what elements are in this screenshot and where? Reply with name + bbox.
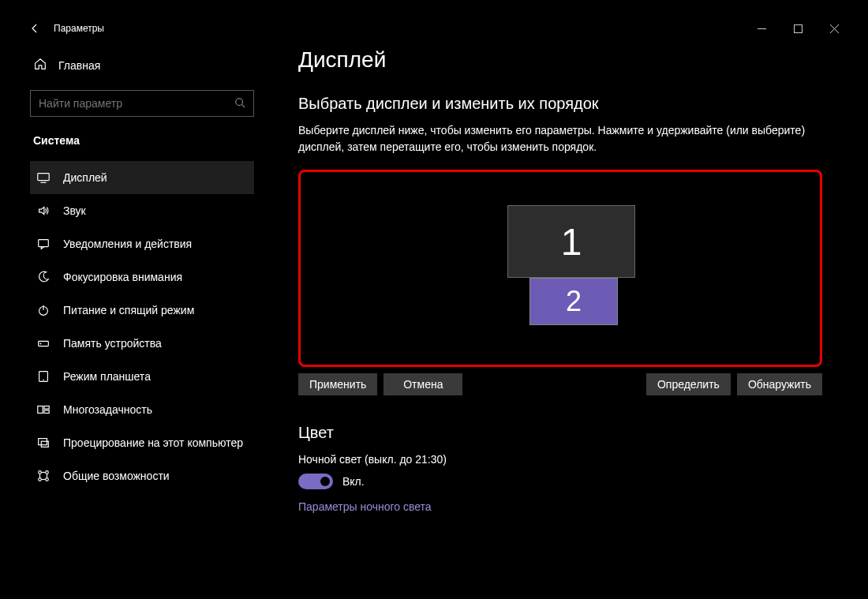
svg-rect-16 [44, 406, 49, 410]
sidebar-item-focus[interactable]: Фокусировка внимания [30, 260, 254, 294]
detect-button[interactable]: Обнаружить [737, 373, 822, 395]
home-icon [33, 57, 47, 74]
power-icon [36, 303, 51, 317]
search-icon [234, 97, 245, 110]
shared-icon [36, 469, 51, 483]
svg-point-4 [236, 98, 243, 105]
monitor-1[interactable]: 1 [507, 205, 635, 278]
sidebar-item-label: Многозадачность [63, 403, 152, 416]
svg-rect-1 [794, 24, 802, 32]
night-light-label: Ночной свет (выкл. до 21:30) [298, 453, 822, 466]
project-icon [36, 436, 51, 450]
arrange-description: Выберите дисплей ниже, чтобы изменить ег… [298, 122, 822, 155]
night-light-settings-link[interactable]: Параметры ночного света [298, 500, 822, 513]
toggle-state-label: Вкл. [342, 475, 365, 488]
maximize-button[interactable] [780, 16, 816, 41]
sidebar-item-label: Дисплей [63, 171, 107, 184]
svg-point-22 [39, 478, 42, 481]
search-field[interactable] [39, 97, 234, 110]
sidebar-item-label: Память устройства [63, 337, 162, 350]
sidebar-item-label: Общие возможности [63, 470, 170, 482]
tablet-icon [36, 369, 51, 384]
sidebar-item-shared[interactable]: Общие возможности [30, 459, 254, 492]
svg-rect-15 [38, 406, 43, 414]
back-button[interactable] [16, 16, 54, 41]
storage-icon [36, 336, 51, 350]
color-title: Цвет [298, 424, 822, 442]
sidebar: Главная Система Дисплей Звук Уведомления… [16, 41, 268, 583]
sidebar-item-label: Уведомления и действия [63, 238, 192, 250]
sidebar-item-display[interactable]: Дисплей [30, 161, 254, 194]
sound-icon [36, 204, 51, 218]
svg-rect-6 [38, 174, 49, 181]
window-title: Параметры [54, 23, 104, 34]
svg-point-12 [40, 343, 41, 344]
sidebar-item-project[interactable]: Проецирование на этот компьютер [30, 426, 254, 459]
monitor-2[interactable]: 2 [529, 278, 618, 325]
display-icon [36, 170, 51, 185]
svg-point-23 [46, 478, 49, 481]
svg-line-5 [242, 104, 245, 107]
sidebar-item-label: Питание и спящий режим [63, 304, 194, 316]
section-header: Система [30, 131, 254, 161]
sidebar-item-tablet[interactable]: Режим планшета [30, 360, 254, 393]
sidebar-item-label: Режим планшета [63, 370, 151, 383]
main-content: Дисплей Выбрать дисплеи и изменить их по… [268, 41, 852, 583]
home-label: Главная [58, 59, 100, 72]
moon-icon [36, 270, 51, 284]
multitask-icon [36, 402, 51, 417]
notifications-icon [36, 237, 51, 251]
svg-point-21 [46, 471, 49, 474]
sidebar-item-label: Фокусировка внимания [63, 271, 182, 283]
apply-button[interactable]: Применить [298, 373, 377, 395]
page-title: Дисплей [298, 47, 822, 73]
display-arrangement[interactable]: 1 2 [298, 170, 822, 367]
home-button[interactable]: Главная [30, 47, 254, 84]
sidebar-item-storage[interactable]: Память устройства [30, 327, 254, 360]
svg-point-20 [39, 471, 42, 474]
sidebar-item-label: Проецирование на этот компьютер [63, 436, 243, 449]
sidebar-item-sound[interactable]: Звук [30, 194, 254, 227]
svg-rect-17 [44, 410, 49, 414]
titlebar: Параметры [16, 16, 852, 41]
close-button[interactable] [816, 16, 852, 41]
svg-rect-8 [39, 240, 49, 247]
arrange-title: Выбрать дисплеи и изменить их порядок [298, 95, 822, 113]
minimize-button[interactable] [743, 16, 780, 41]
search-input[interactable] [30, 90, 254, 117]
sidebar-item-multitask[interactable]: Многозадачность [30, 393, 254, 426]
sidebar-item-notifications[interactable]: Уведомления и действия [30, 227, 254, 260]
sidebar-item-power[interactable]: Питание и спящий режим [30, 294, 254, 327]
night-light-toggle[interactable] [298, 474, 333, 489]
cancel-button[interactable]: Отмена [383, 373, 462, 395]
sidebar-item-label: Звук [63, 204, 86, 217]
identify-button[interactable]: Определить [646, 373, 731, 395]
